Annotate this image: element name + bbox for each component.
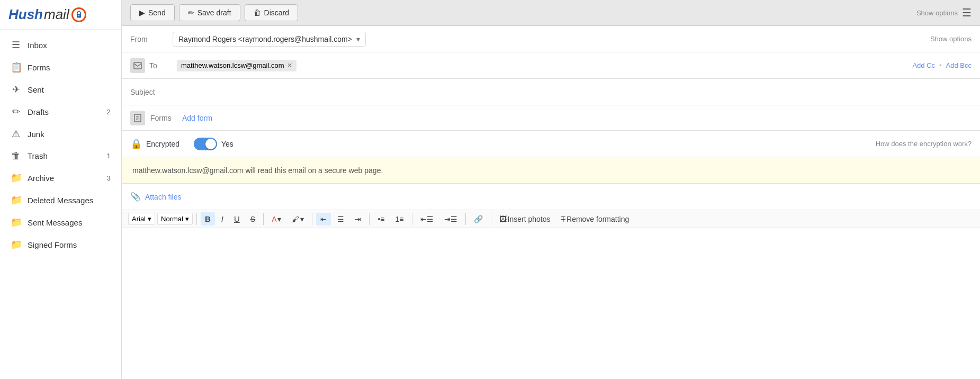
sidebar-item-trash[interactable]: 🗑 Trash 1 xyxy=(0,145,121,167)
compose-body[interactable] xyxy=(122,228,980,379)
numbered-list-button[interactable]: 1≡ xyxy=(391,213,408,225)
encryption-notice: matthew.watson.lcsw@gmail.com will read … xyxy=(122,157,980,184)
add-form-link[interactable]: Add form xyxy=(182,114,212,122)
sidebar-item-deleted[interactable]: 📁 Deleted Messages xyxy=(0,189,121,211)
send-label: Send xyxy=(148,8,166,17)
align-left-icon: ⇤ xyxy=(320,215,327,223)
sidebar-item-forms[interactable]: 📋 Forms xyxy=(0,56,121,78)
discard-label: Discard xyxy=(264,8,289,17)
attach-row: 📎 Attach files xyxy=(122,184,980,210)
sidebar-item-label: Signed Forms xyxy=(28,240,111,249)
sidebar-item-sent-messages[interactable]: 📁 Sent Messages xyxy=(0,211,121,233)
remove-formatting-icon: T xyxy=(561,215,565,223)
trash-btn-icon: 🗑 xyxy=(254,8,261,17)
drafts-badge: 2 xyxy=(107,108,111,116)
trash-badge: 1 xyxy=(107,152,111,160)
align-right-icon: ⇥ xyxy=(355,215,361,223)
insert-photos-label: Insert photos xyxy=(508,215,551,223)
forms-row-icon xyxy=(130,111,145,125)
sidebar: Hush mail ☰ Inbox 📋 Forms ✈ Sent ✏ xyxy=(0,0,122,379)
format-separator-7 xyxy=(491,213,491,225)
size-label: Normal xyxy=(161,215,183,223)
archive-icon: 📁 xyxy=(11,172,21,184)
subject-input[interactable] xyxy=(173,88,972,96)
text-color-button[interactable]: A ▾ xyxy=(267,213,285,225)
archive-badge: 3 xyxy=(107,174,111,182)
from-field-content: Raymond Rogers <raymond.rogers@hushmail.… xyxy=(173,32,927,47)
insert-photos-button[interactable]: 🖼 Insert photos xyxy=(495,213,555,225)
size-dropdown-arrow: ▾ xyxy=(185,215,189,223)
show-options-link[interactable]: Show options xyxy=(916,9,958,17)
align-left-button[interactable]: ⇤ xyxy=(316,213,331,225)
sidebar-item-label: Forms xyxy=(28,63,111,72)
discard-button[interactable]: 🗑 Discard xyxy=(245,4,298,21)
sent-icon: ✈ xyxy=(11,84,21,95)
show-options-action: Show options xyxy=(927,35,972,43)
encrypted-row: 🔒 Encrypted Yes How does the encryption … xyxy=(122,131,980,157)
to-label: To xyxy=(149,61,177,70)
underline-button[interactable]: U xyxy=(230,212,244,225)
nav-items: ☰ Inbox 📋 Forms ✈ Sent ✏ Drafts 2 ⚠ Junk… xyxy=(0,30,121,260)
sidebar-item-label: Inbox xyxy=(28,41,111,50)
align-center-button[interactable]: ☰ xyxy=(333,213,348,225)
text-color-icon: A xyxy=(272,215,276,223)
indent-increase-icon: ⇥☰ xyxy=(444,215,457,223)
sent-messages-icon: 📁 xyxy=(11,216,21,228)
bullet-list-button[interactable]: •≡ xyxy=(373,213,389,225)
attach-files-link[interactable]: Attach files xyxy=(145,193,181,201)
add-bcc-link[interactable]: Add Bcc xyxy=(946,61,972,69)
how-encryption-link[interactable]: How does the encryption work? xyxy=(876,140,972,148)
format-separator-3 xyxy=(312,213,312,225)
sidebar-item-label: Deleted Messages xyxy=(28,196,111,205)
add-cc-link[interactable]: Add Cc xyxy=(912,61,935,69)
send-button[interactable]: ▶ Send xyxy=(130,4,175,21)
format-separator-1 xyxy=(196,213,197,225)
bg-color-button[interactable]: 🖌 ▾ xyxy=(287,213,308,225)
logo-mail: mail xyxy=(44,6,69,23)
align-center-icon: ☰ xyxy=(337,215,344,223)
edit-icon: ✏ xyxy=(188,8,194,17)
lock-icon: 🔒 xyxy=(130,138,142,150)
main-content: ▶ Send ✏ Save draft 🗑 Discard Show optio… xyxy=(122,0,980,379)
sidebar-item-label: Drafts xyxy=(28,107,101,116)
sidebar-item-archive[interactable]: 📁 Archive 3 xyxy=(0,167,121,189)
link-button[interactable]: 🔗 xyxy=(470,213,487,225)
bg-color-icon: 🖌 xyxy=(292,215,299,223)
save-draft-button[interactable]: ✏ Save draft xyxy=(179,4,240,21)
deleted-icon: 📁 xyxy=(11,194,21,206)
remove-formatting-button[interactable]: T Remove formatting xyxy=(556,213,633,225)
from-value: Raymond Rogers <raymond.rogers@hushmail.… xyxy=(178,35,352,43)
paperclip-icon: 📎 xyxy=(130,192,141,202)
compose-toolbar: ▶ Send ✏ Save draft 🗑 Discard Show optio… xyxy=(122,0,980,26)
from-select[interactable]: Raymond Rogers <raymond.rogers@hushmail.… xyxy=(173,32,366,47)
indent-decrease-icon: ⇤☰ xyxy=(420,215,434,223)
bold-button[interactable]: B xyxy=(201,212,215,225)
sidebar-item-junk[interactable]: ⚠ Junk xyxy=(0,123,121,145)
indent-increase-button[interactable]: ⇥☰ xyxy=(440,213,462,225)
hamburger-icon[interactable]: ☰ xyxy=(962,6,972,19)
trash-icon: 🗑 xyxy=(11,150,21,161)
remove-recipient-button[interactable]: × xyxy=(287,61,292,70)
photo-icon: 🖼 xyxy=(499,215,507,223)
remove-formatting-label: Remove formatting xyxy=(567,215,629,223)
font-select[interactable]: Arial ▾ xyxy=(128,213,155,225)
show-options-link-from[interactable]: Show options xyxy=(930,35,972,43)
size-select[interactable]: Normal ▾ xyxy=(157,213,193,225)
logo-area: Hush mail xyxy=(0,0,121,30)
align-right-button[interactable]: ⇥ xyxy=(350,213,365,225)
sidebar-item-sent[interactable]: ✈ Sent xyxy=(0,78,121,101)
forms-row: Forms Add form xyxy=(122,105,980,131)
sidebar-item-signed-forms[interactable]: 📁 Signed Forms xyxy=(0,233,121,256)
encryption-notice-text: matthew.watson.lcsw@gmail.com will read … xyxy=(132,166,383,175)
encrypted-toggle[interactable] xyxy=(194,138,217,150)
sidebar-item-inbox[interactable]: ☰ Inbox xyxy=(0,34,121,56)
encrypted-label: Encrypted xyxy=(146,140,194,148)
logo[interactable]: Hush mail xyxy=(8,6,113,23)
sidebar-item-drafts[interactable]: ✏ Drafts 2 xyxy=(0,101,121,123)
link-icon: 🔗 xyxy=(474,215,483,223)
strikethrough-button[interactable]: S xyxy=(246,213,259,225)
italic-button[interactable]: I xyxy=(217,212,228,225)
from-row: From Raymond Rogers <raymond.rogers@hush… xyxy=(122,26,980,52)
send-icon: ▶ xyxy=(139,8,145,17)
indent-decrease-button[interactable]: ⇤☰ xyxy=(416,213,438,225)
